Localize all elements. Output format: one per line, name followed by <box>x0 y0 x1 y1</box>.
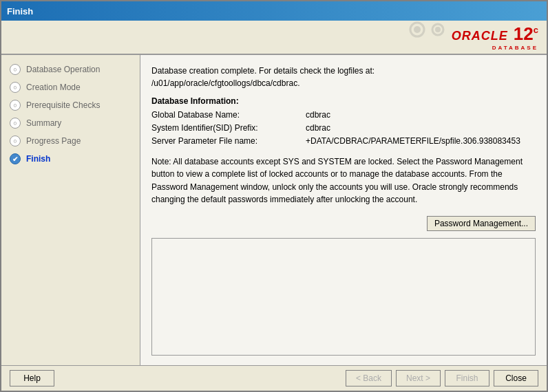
db-info-label-global: Global Database Name: <box>151 109 303 122</box>
oracle-version: 12c <box>514 23 538 45</box>
sidebar-item-finish[interactable]: ✔ Finish <box>1 150 140 168</box>
db-info-label-sid: System Identifier(SID) Prefix: <box>151 122 303 135</box>
step-icon-progress-page: ○ <box>10 135 21 146</box>
step-icon-database-operation: ○ <box>10 64 21 75</box>
db-info-value-global: cdbrac <box>306 109 330 122</box>
sidebar-label-database-operation: Database Operation <box>26 65 100 74</box>
db-info-table: Global Database Name: cdbrac System Iden… <box>151 109 536 149</box>
oracle-word-label: ORACLE <box>452 29 508 43</box>
window-title: Finish <box>7 6 33 17</box>
sidebar-item-progress-page[interactable]: ○ Progress Page <box>1 132 140 150</box>
step-icon-creation-mode: ○ <box>10 82 21 93</box>
main-window: Finish ORACLE 12c <box>0 0 548 392</box>
sidebar-label-prerequisite-checks: Prerequisite Checks <box>26 100 100 110</box>
text-output-box <box>151 238 536 356</box>
step-icon-prerequisite-checks: ○ <box>10 100 21 111</box>
oracle-database-label: DATABASE <box>492 45 538 51</box>
help-button[interactable]: Help <box>10 370 54 386</box>
close-button[interactable]: Close <box>494 370 538 386</box>
content-area: ○ Database Operation ○ Creation Mode ○ P… <box>1 55 547 365</box>
svg-point-3 <box>435 27 441 32</box>
password-management-button[interactable]: Password Management... <box>427 216 536 231</box>
title-bar: Finish <box>1 1 547 21</box>
sidebar-item-creation-mode[interactable]: ○ Creation Mode <box>1 78 140 96</box>
sidebar-label-summary: Summary <box>26 118 61 128</box>
gears-icon <box>403 19 459 40</box>
password-btn-row: Password Management... <box>151 216 536 231</box>
sidebar-label-finish: Finish <box>26 154 50 164</box>
sidebar-item-summary[interactable]: ○ Summary <box>1 114 140 132</box>
db-info-title: Database Information: <box>151 96 536 106</box>
db-info-row-global: Global Database Name: cdbrac <box>151 109 536 122</box>
svg-point-1 <box>414 26 421 33</box>
note-text: Note: All database accounts except SYS a… <box>151 155 536 206</box>
back-button[interactable]: < Back <box>346 370 392 386</box>
step-icon-summary: ○ <box>10 118 21 129</box>
finish-button[interactable]: Finish <box>445 370 489 386</box>
step-icon-finish: ✔ <box>10 153 21 164</box>
sidebar-item-prerequisite-checks[interactable]: ○ Prerequisite Checks <box>1 96 140 114</box>
oracle-header: ORACLE 12c DATABASE <box>1 21 547 55</box>
db-info-row-sid: System Identifier(SID) Prefix: cdbrac <box>151 122 536 135</box>
sidebar-item-database-operation[interactable]: ○ Database Operation <box>1 61 140 78</box>
oracle-brand: ORACLE 12c DATABASE <box>452 23 538 51</box>
db-info-label-spfile: Server Parameter File name: <box>151 135 303 148</box>
completion-text: Database creation complete. For details … <box>151 65 536 89</box>
db-info-section: Database Information: Global Database Na… <box>151 96 536 149</box>
db-info-row-spfile: Server Parameter File name: +DATA/CDBRAC… <box>151 135 536 148</box>
bottom-left-buttons: Help <box>10 370 54 386</box>
sidebar-label-progress-page: Progress Page <box>26 136 81 146</box>
db-info-value-sid: cdbrac <box>306 122 330 135</box>
bottom-right-buttons: < Back Next > Finish Close <box>346 370 538 386</box>
next-button[interactable]: Next > <box>396 370 441 386</box>
main-content-panel: Database creation complete. For details … <box>140 55 547 365</box>
bottom-bar: Help < Back Next > Finish Close <box>1 365 547 391</box>
sidebar-label-creation-mode: Creation Mode <box>26 83 81 92</box>
db-info-value-spfile: +DATA/CDBRAC/PARAMETERFILE/spfile.306.93… <box>306 135 520 148</box>
sidebar: ○ Database Operation ○ Creation Mode ○ P… <box>1 55 140 365</box>
